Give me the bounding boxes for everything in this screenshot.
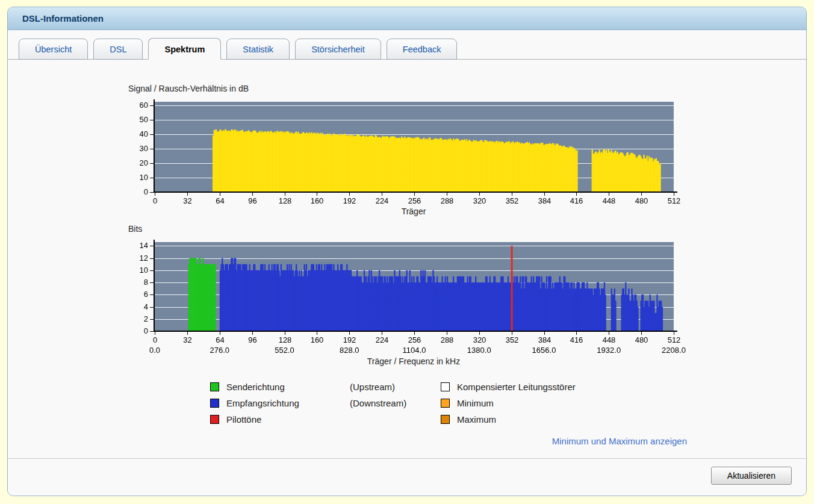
legend-swatch-minimum xyxy=(441,399,450,408)
dsl-informationen-panel: DSL-Informationen Übersicht DSL Spektrum… xyxy=(7,7,807,496)
tab-spektrum[interactable]: Spektrum xyxy=(148,38,221,60)
footer-bar: Aktualisieren xyxy=(8,458,806,496)
legend-swatch-kompensierter-leitungsstoerer xyxy=(441,382,450,391)
legend-label-downstream: Empfangsrichtung xyxy=(226,398,342,408)
legend-label-maximum: Maximum xyxy=(457,414,687,425)
charts-area: Signal / Rausch-Verhältnis in dB Träger … xyxy=(127,84,687,447)
legend-label-upstream: Senderichtung xyxy=(226,382,342,392)
legend-note-upstream: (Upstream) xyxy=(350,382,433,392)
bits-chart-canvas xyxy=(127,238,687,356)
legend-swatch-maximum xyxy=(441,415,450,424)
legend-note-downstream: (Downstream) xyxy=(350,398,433,408)
tab-uebersicht[interactable]: Übersicht xyxy=(19,39,88,60)
legend-label-kompensierter-leitungsstoerer: Kompensierter Leitungsstörer xyxy=(457,382,687,392)
legend-swatch-pilottoene xyxy=(210,415,219,424)
legend-label-minimum: Minimum xyxy=(457,398,687,408)
page-title: DSL-Informationen xyxy=(8,7,806,30)
tab-stoersicherheit[interactable]: Störsicherheit xyxy=(295,39,381,60)
bits-xaxis-label: Träger / Frequenz in kHz xyxy=(127,356,687,366)
snr-chart-title: Signal / Rausch-Verhältnis in dB xyxy=(128,84,687,93)
tab-dsl[interactable]: DSL xyxy=(93,39,143,60)
legend: Senderichtung (Upstream) Kompensierter L… xyxy=(210,382,687,425)
tab-feedback[interactable]: Feedback xyxy=(387,39,458,60)
refresh-button[interactable]: Aktualisieren xyxy=(711,467,792,485)
legend-swatch-downstream xyxy=(210,399,219,408)
snr-xaxis-label: Träger xyxy=(127,207,687,216)
page: DSL-Informationen Übersicht DSL Spektrum… xyxy=(0,0,814,503)
legend-link-row: Minimum und Maximum anzeigen xyxy=(127,436,687,447)
snr-chart-canvas xyxy=(127,98,687,207)
tab-bar: Übersicht DSL Spektrum Statistik Störsic… xyxy=(8,30,806,60)
show-min-max-link[interactable]: Minimum und Maximum anzeigen xyxy=(552,436,687,446)
legend-label-pilottoene: Pilottöne xyxy=(226,414,342,425)
legend-swatch-upstream xyxy=(210,382,219,391)
tab-content-spektrum: Signal / Rausch-Verhältnis in dB Träger … xyxy=(8,60,806,458)
bits-chart-title: Bits xyxy=(128,224,687,234)
tab-statistik[interactable]: Statistik xyxy=(226,39,290,60)
